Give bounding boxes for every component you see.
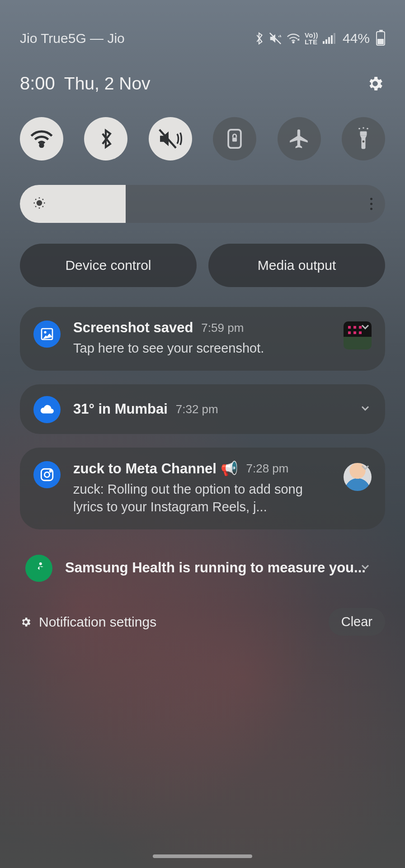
notification-samsung-health[interactable]: Samsung Health is running to measure you… [20, 543, 385, 593]
svg-point-16 [44, 331, 46, 333]
image-icon [40, 327, 54, 341]
svg-rect-4 [331, 35, 333, 44]
portrait-lock-icon [226, 128, 243, 150]
svg-rect-8 [232, 137, 237, 142]
toggle-bluetooth[interactable] [84, 117, 127, 160]
status-bar: Jio True5G — Jio Vo))LTE 44% [20, 31, 385, 46]
notification-settings-button[interactable]: Notification settings [20, 614, 156, 630]
wifi-icon [30, 130, 53, 148]
mute-icon [268, 32, 282, 45]
brightness-icon [33, 196, 46, 212]
chevron-down-icon [359, 321, 372, 333]
svg-point-0 [292, 42, 294, 43]
flashlight-icon [355, 127, 372, 151]
expand-button[interactable] [359, 561, 372, 575]
notification-screenshot[interactable]: Screenshot saved 7:59 pm Tap here to see… [20, 307, 385, 371]
chevron-down-icon [359, 402, 372, 415]
toggle-wifi[interactable] [20, 117, 63, 160]
bluetooth-icon [254, 32, 264, 45]
svg-point-6 [40, 144, 43, 147]
svg-point-19 [50, 471, 51, 472]
notification-title: Samsung Health is running to measure you… [65, 560, 366, 576]
notification-title: zuck to Meta Channel 📢 [73, 460, 238, 477]
notification-settings-label: Notification settings [39, 614, 156, 630]
clock-time[interactable]: 8:00 [20, 73, 55, 94]
notification-time: 7:59 pm [201, 321, 244, 335]
expand-button[interactable] [359, 461, 372, 476]
svg-point-10 [363, 141, 365, 143]
bluetooth-icon [98, 127, 113, 150]
app-badge-instagram [33, 461, 61, 488]
notification-instagram[interactable]: zuck to Meta Channel 📢 7:28 pm zuck: Rol… [20, 448, 385, 529]
notification-list: Screenshot saved 7:59 pm Tap here to see… [20, 307, 385, 593]
running-icon [32, 561, 46, 575]
svg-point-12 [363, 127, 364, 129]
notification-time: 7:32 pm [176, 402, 218, 416]
quick-settings-toggles [20, 117, 385, 160]
wifi-icon [287, 33, 300, 44]
settings-button[interactable] [365, 74, 385, 94]
notification-title: Screenshot saved [73, 320, 193, 336]
svg-rect-5 [334, 33, 335, 44]
device-control-button[interactable]: Device control [20, 244, 197, 287]
svg-point-11 [358, 128, 360, 130]
cloud-icon [39, 404, 55, 415]
toggle-rotation-lock[interactable] [213, 117, 256, 160]
notification-text: zuck: Rolling out the option to add song… [73, 481, 331, 516]
mute-vibrate-icon [158, 128, 183, 149]
svg-point-14 [37, 201, 42, 205]
svg-rect-9 [360, 132, 367, 136]
navigation-handle[interactable] [153, 854, 252, 858]
toggle-sound-mute[interactable] [149, 117, 192, 160]
svg-rect-2 [325, 39, 327, 44]
battery-percentage: 44% [343, 31, 370, 46]
airplane-icon [288, 127, 311, 150]
notification-text: Tap here to see your screenshot. [73, 340, 331, 357]
volte-icon: Vo))LTE [305, 32, 318, 45]
instagram-icon [39, 467, 55, 482]
signal-icon [323, 33, 335, 44]
brightness-slider[interactable] [20, 185, 385, 223]
status-icons: Vo))LTE 44% [254, 31, 385, 46]
svg-point-20 [39, 562, 42, 565]
clock-date[interactable]: Thu, 2 Nov [64, 74, 151, 94]
media-output-button[interactable]: Media output [208, 244, 385, 287]
battery-icon [376, 31, 385, 46]
app-badge-gallery [33, 321, 61, 348]
expand-button[interactable] [359, 402, 372, 416]
notification-time: 7:28 pm [246, 462, 289, 476]
svg-point-18 [44, 472, 49, 477]
svg-point-13 [367, 128, 368, 130]
app-badge-samsung-health [25, 555, 52, 582]
gear-icon [20, 616, 32, 628]
svg-rect-3 [328, 37, 330, 44]
chevron-down-icon [359, 561, 372, 573]
notification-title: 31° in Mumbai [73, 401, 168, 417]
expand-button[interactable] [359, 321, 372, 335]
chevron-down-icon [359, 461, 372, 474]
clear-button[interactable]: Clear [329, 608, 385, 636]
notification-footer: Notification settings Clear [20, 608, 385, 636]
notification-weather[interactable]: 31° in Mumbai 7:32 pm [20, 384, 385, 434]
app-badge-weather [33, 396, 61, 423]
panel-buttons: Device control Media output [20, 244, 385, 287]
toggle-airplane-mode[interactable] [278, 117, 321, 160]
clock-row: 8:00 Thu, 2 Nov [20, 73, 385, 94]
toggle-flashlight[interactable] [342, 117, 385, 160]
carrier-label: Jio True5G — Jio [20, 31, 125, 46]
gear-icon [366, 75, 384, 93]
svg-rect-1 [323, 41, 325, 44]
brightness-menu-button[interactable] [370, 198, 372, 210]
